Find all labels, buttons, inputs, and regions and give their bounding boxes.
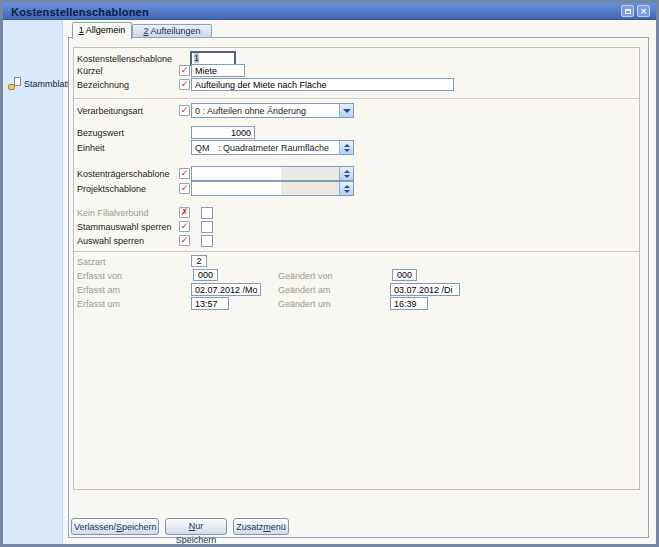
verarbeitungsart-select[interactable]: 0 : Aufteilen ohne Änderung [191,103,354,118]
chevron-up-icon [344,185,350,188]
locked-flag-icon: ✗ [179,207,190,218]
erfasst-von-label: Erfasst von [77,271,122,282]
auswahl-sperren-checkbox[interactable] [201,235,213,247]
spinner-button[interactable] [339,182,353,195]
app-window: Kostenstellenschablonen ✕ Stammblatt 1 A… [0,0,659,547]
separator [74,98,639,100]
nur-speichern-button[interactable]: Nur Speichern [165,518,227,535]
auswahl-sperren-label: Auswahl sperren [77,236,144,247]
button-label: ur Speichern [176,521,217,545]
tab-aufteilungen[interactable]: 2 Aufteilungen [132,24,212,37]
geaendert-am-label: Geändert am [278,285,331,296]
verlassen-speichern-button[interactable]: Verlassen/Speichern [71,518,159,535]
form-group-box [73,47,640,490]
kuerzel-input[interactable] [191,64,245,77]
edit-flag-icon[interactable]: ✓ [179,183,190,194]
kein-filialverbund-label: Kein Filialverbund [77,208,149,219]
satzart-label: Satzart [77,257,106,268]
geaendert-um-value [390,297,428,310]
geaendert-um-label: Geändert um [278,299,331,310]
bezeichnung-input[interactable] [191,78,454,91]
window-titlebar[interactable]: Kostenstellenschablonen ✕ [3,3,656,20]
tab-allgemein[interactable]: 1 Allgemein [72,22,132,39]
edit-flag-icon[interactable]: ✓ [179,221,190,232]
stammblatt-icon [8,77,21,90]
kostentraegerschablone-label: Kostenträgerschablone [77,169,170,180]
satzart-value [191,255,207,267]
spinner-button[interactable] [339,141,353,154]
erfasst-am-value [191,283,261,296]
button-label: enü [271,522,286,532]
close-button[interactable]: ✕ [637,5,650,17]
erfasst-um-label: Erfasst um [77,299,120,310]
edit-flag-icon[interactable]: ✓ [179,168,190,179]
restore-button[interactable] [621,5,634,17]
button-label: Zusatz [236,522,263,532]
edit-flag-icon[interactable]: ✓ [179,105,190,116]
tab-label: Allgemein [84,25,126,35]
sidebar-item-stammblatt[interactable]: Stammblatt [8,77,70,90]
chevron-down-icon [343,109,351,113]
edit-flag-icon[interactable]: ✓ [179,235,190,246]
bezeichnung-label: Bezeichnung [77,80,129,91]
stammauswahl-sperren-label: Stammauswahl sperren [77,222,172,233]
sidebar: Stammblatt [3,20,63,544]
selected-value: 1 [194,53,199,63]
sidebar-item-label: Stammblatt [24,79,70,89]
kostenstellenschablone-label: Kostenstellenschablone [77,54,172,65]
einheit-code: QM [195,142,210,154]
erfasst-am-label: Erfasst am [77,285,120,296]
edit-flag-icon[interactable]: ✓ [179,65,190,76]
geaendert-von-value [392,269,417,281]
tab-label: Aufteilungen [148,26,200,36]
chevron-up-icon [344,170,350,173]
bezugswert-input[interactable] [191,126,255,139]
chevron-down-icon [344,190,350,193]
zusatzmenue-button[interactable]: Zusatzmenü [233,518,289,535]
geaendert-von-label: Geändert von [278,271,333,282]
bezugswert-label: Bezugswert [77,128,124,139]
einheit-label: Einheit [77,143,105,154]
erfasst-um-value [191,297,229,310]
window-controls: ✕ [621,5,650,17]
erfasst-von-value [193,269,218,281]
kostentraegerschablone-select[interactable] [191,166,354,181]
projektschablone-label: Projektschablone [77,184,146,195]
kuerzel-label: Kürzel [77,66,103,77]
window-title: Kostenstellenschablonen [11,6,149,18]
einheit-select[interactable]: QM : Quadratmeter Raumfläche [191,140,354,155]
edit-flag-icon[interactable]: ✓ [179,79,190,90]
button-accel: m [263,522,271,532]
restore-icon [625,9,631,14]
close-icon: ✕ [638,6,649,17]
chevron-up-icon [344,144,350,147]
verarbeitungsart-label: Verarbeitungsart [77,106,143,117]
chevron-down-icon [344,149,350,152]
geaendert-am-value [390,283,460,296]
button-label: Verlassen/ [74,522,116,532]
separator [74,251,639,253]
kein-filialverbund-checkbox[interactable] [201,207,213,219]
stammauswahl-sperren-checkbox[interactable] [201,221,213,233]
chevron-down-icon [344,175,350,178]
button-label: peichern [122,522,157,532]
verarbeitungsart-value: 0 : Aufteilen ohne Änderung [195,105,306,117]
spinner-button[interactable] [339,167,353,180]
dropdown-button[interactable] [339,104,353,117]
projektschablone-select[interactable] [191,181,354,196]
einheit-desc: : Quadratmeter Raumfläche [218,142,329,154]
